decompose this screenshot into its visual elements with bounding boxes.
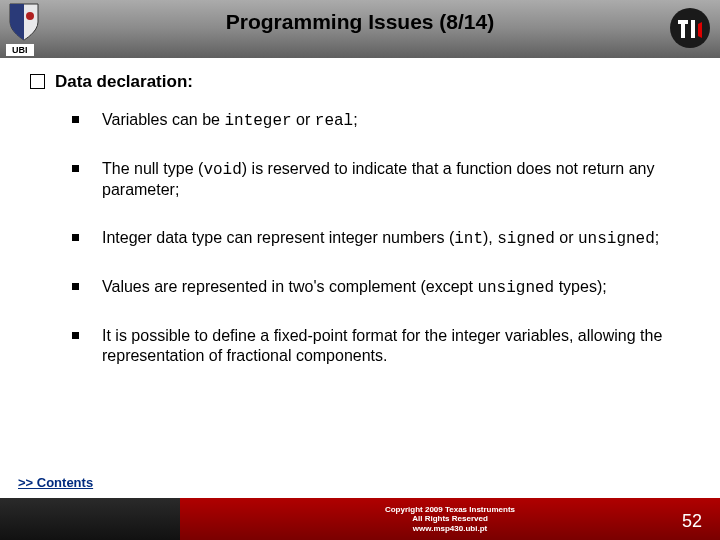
headline-row: Data declaration: xyxy=(30,72,690,92)
copyright-line1: Copyright 2009 Texas Instruments xyxy=(385,505,515,515)
text-fragment: ), xyxy=(483,229,497,246)
code-fragment: real xyxy=(315,112,353,130)
code-fragment: integer xyxy=(224,112,291,130)
code-fragment: unsigned xyxy=(477,279,554,297)
footer-left-block xyxy=(0,498,180,540)
list-item: The null type (void) is reserved to indi… xyxy=(72,159,690,200)
ti-logo-icon xyxy=(668,6,712,50)
text-fragment: or xyxy=(292,111,315,128)
text-fragment: Variables can be xyxy=(102,111,224,128)
text-fragment: Integer data type can represent integer … xyxy=(102,229,454,246)
code-fragment: signed xyxy=(497,230,555,248)
slide-title: Programming Issues (8/14) xyxy=(0,10,720,34)
page-number: 52 xyxy=(682,511,702,532)
text-fragment: or xyxy=(555,229,578,246)
code-fragment: int xyxy=(454,230,483,248)
text-fragment: ; xyxy=(655,229,659,246)
list-item: Integer data type can represent integer … xyxy=(72,228,690,249)
text-fragment: ; xyxy=(353,111,357,128)
checkbox-bullet-icon xyxy=(30,74,45,89)
svg-point-1 xyxy=(670,8,710,48)
ubi-label: UBI xyxy=(6,44,34,56)
headline-text: Data declaration: xyxy=(55,72,193,92)
contents-link[interactable]: >> Contents xyxy=(18,475,93,490)
slide-footer: Copyright 2009 Texas Instruments All Rig… xyxy=(0,498,720,540)
text-fragment: It is possible to define a fixed-point f… xyxy=(102,327,662,364)
code-fragment: unsigned xyxy=(578,230,655,248)
svg-rect-2 xyxy=(691,20,695,38)
footer-url: www.msp430.ubi.pt xyxy=(413,524,487,534)
code-fragment: void xyxy=(203,161,241,179)
bullet-list: Variables can be integer or real; The nu… xyxy=(30,110,690,366)
text-fragment: types); xyxy=(554,278,606,295)
slide-header: Programming Issues (8/14) UBI xyxy=(0,0,720,58)
list-item: It is possible to define a fixed-point f… xyxy=(72,326,690,366)
copyright-line2: All Rights Reserved xyxy=(412,514,488,524)
slide-body: Data declaration: Variables can be integ… xyxy=(0,58,720,366)
text-fragment: The null type ( xyxy=(102,160,203,177)
footer-right-block: Copyright 2009 Texas Instruments All Rig… xyxy=(180,498,720,540)
list-item: Variables can be integer or real; xyxy=(72,110,690,131)
list-item: Values are represented in two's compleme… xyxy=(72,277,690,298)
text-fragment: Values are represented in two's compleme… xyxy=(102,278,477,295)
